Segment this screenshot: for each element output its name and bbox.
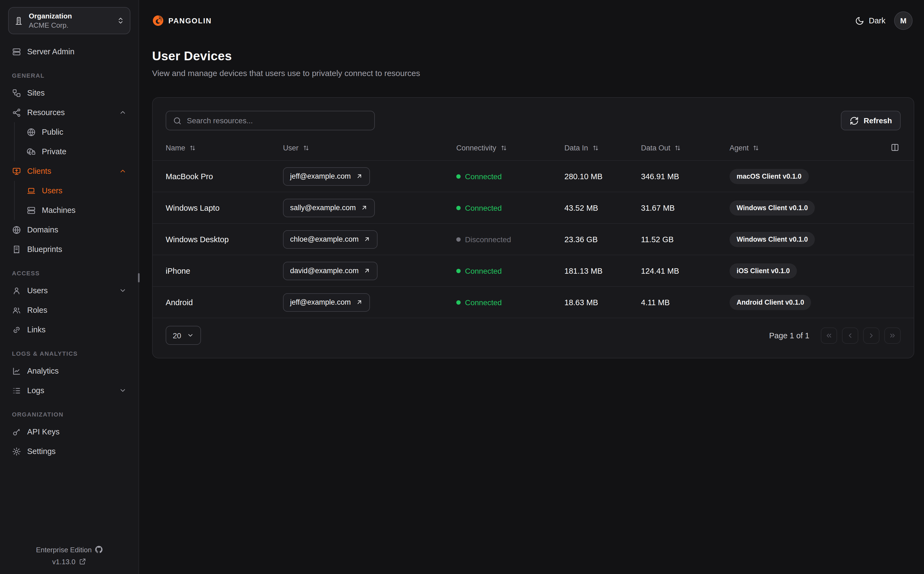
receipt-icon — [12, 244, 21, 254]
table-row: iPhone david@example.com Connected 181.1… — [153, 255, 914, 287]
link-icon — [12, 325, 21, 334]
page-size-select[interactable]: 20 — [166, 326, 201, 345]
sidebar-item-api-keys[interactable]: API Keys — [8, 422, 131, 442]
key-icon — [12, 427, 21, 436]
data-in-value: 18.63 MB — [564, 298, 641, 306]
theme-toggle[interactable]: Dark — [855, 16, 885, 25]
next-page-button[interactable] — [863, 327, 880, 344]
chevron-down-icon — [187, 332, 194, 339]
sidebar-item-access-users[interactable]: Users — [8, 281, 131, 300]
gear-icon — [12, 447, 21, 456]
sidebar-item-public[interactable]: Public — [22, 122, 131, 142]
sidebar-item-domains[interactable]: Domains — [8, 220, 131, 240]
status-dot — [456, 268, 460, 273]
resources-subgroup: Public Private — [14, 122, 131, 161]
sidebar: Organization ACME Corp. Server Admin GEN… — [0, 0, 139, 574]
sidebar-footer: Enterprise Edition v1.13.0 — [0, 544, 139, 574]
data-out-value: 124.41 MB — [641, 266, 730, 275]
column-header-data-out[interactable]: Data Out — [641, 144, 730, 152]
data-out-value: 346.91 MB — [641, 172, 730, 181]
status-dot — [456, 237, 460, 241]
sidebar-item-settings[interactable]: Settings — [8, 442, 131, 461]
agent-badge: Android Client v0.1.0 — [730, 295, 811, 310]
column-header-user[interactable]: User — [283, 144, 456, 152]
user-link-button[interactable]: jeff@example.com — [283, 293, 370, 311]
sidebar-section-access: ACCESS — [12, 270, 126, 276]
chevron-down-icon — [119, 386, 126, 394]
main-content: PANGOLIN Dark M User Devices View and ma… — [139, 0, 924, 574]
device-name: Windows Lapto — [166, 203, 283, 212]
version-label: v1.13.0 — [52, 557, 75, 566]
first-page-button[interactable] — [821, 327, 837, 344]
agent-badge: macOS Client v0.1.0 — [730, 169, 809, 184]
sort-icon — [500, 145, 507, 151]
sidebar-item-label: Settings — [27, 447, 56, 456]
data-in-value: 181.13 MB — [564, 266, 641, 275]
org-selector[interactable]: Organization ACME Corp. — [8, 7, 130, 34]
refresh-icon — [850, 116, 859, 125]
sidebar-item-server-admin[interactable]: Server Admin — [8, 42, 131, 62]
column-header-agent[interactable]: Agent — [730, 144, 900, 152]
chevron-up-icon — [119, 109, 126, 116]
user-avatar[interactable]: M — [894, 11, 913, 30]
sidebar-item-resources[interactable]: Resources — [8, 102, 131, 122]
table-footer: 20 Page 1 of 1 — [153, 318, 914, 358]
sidebar-item-analytics[interactable]: Analytics — [8, 361, 131, 381]
sidebar-item-sites[interactable]: Sites — [8, 83, 131, 102]
globe-lock-icon — [27, 147, 36, 156]
sidebar-item-label: Analytics — [27, 367, 59, 375]
sidebar-item-roles[interactable]: Roles — [8, 300, 131, 320]
pangolin-logo-icon — [152, 15, 164, 27]
table-row: Windows Desktop chloe@example.com Discon… — [153, 224, 914, 255]
sidebar-item-machines[interactable]: Machines — [22, 200, 131, 220]
chevrons-left-icon — [825, 331, 833, 339]
column-header-data-in[interactable]: Data In — [564, 144, 641, 152]
edition-link[interactable]: Enterprise Edition — [5, 544, 133, 555]
globe-icon — [12, 225, 21, 234]
sidebar-item-clients[interactable]: Clients — [8, 161, 131, 181]
column-header-connectivity[interactable]: Connectivity — [456, 144, 564, 152]
sidebar-item-label: Users — [42, 186, 63, 195]
last-page-button[interactable] — [885, 327, 900, 344]
search-input[interactable] — [187, 116, 368, 125]
sidebar-item-label: API Keys — [27, 427, 60, 436]
sidebar-item-logs[interactable]: Logs — [8, 381, 131, 400]
device-name: MacBook Pro — [166, 172, 283, 181]
sort-icon — [189, 145, 196, 151]
connectivity-status: Connected — [456, 266, 564, 275]
sidebar-item-label: Resources — [27, 108, 65, 117]
sidebar-section-organization: ORGANIZATION — [12, 411, 126, 418]
refresh-button[interactable]: Refresh — [841, 111, 900, 130]
prev-page-button[interactable] — [842, 327, 858, 344]
version-link[interactable]: v1.13.0 — [5, 555, 133, 568]
data-out-value: 11.52 GB — [641, 235, 730, 244]
sidebar-item-links[interactable]: Links — [8, 320, 131, 339]
columns-toggle-button[interactable] — [888, 140, 902, 156]
status-dot — [456, 205, 460, 210]
user-link-button[interactable]: sally@example.com — [283, 199, 375, 217]
server-icon — [27, 205, 36, 215]
sidebar-item-clients-users[interactable]: Users — [22, 181, 131, 200]
device-name: Windows Desktop — [166, 235, 283, 244]
user-link-button[interactable]: chloe@example.com — [283, 230, 378, 248]
brand[interactable]: PANGOLIN — [152, 15, 212, 27]
user-link-button[interactable]: jeff@example.com — [283, 167, 370, 186]
sidebar-item-label: Roles — [27, 306, 47, 314]
column-header-name[interactable]: Name — [166, 144, 283, 152]
users-icon — [12, 306, 21, 315]
building-icon — [14, 16, 24, 25]
sidebar-item-blueprints[interactable]: Blueprints — [8, 240, 131, 259]
table-row: MacBook Pro jeff@example.com Connected 2… — [153, 161, 914, 192]
sidebar-resize-handle[interactable] — [138, 273, 140, 282]
chevron-down-icon — [119, 287, 126, 294]
chevrons-right-icon — [889, 331, 896, 339]
sidebar-item-label: Machines — [42, 206, 76, 214]
sort-icon — [674, 145, 681, 151]
agent-badge: Windows Client v0.1.0 — [730, 232, 815, 247]
user-link-button[interactable]: david@example.com — [283, 262, 378, 280]
org-selector-value: ACME Corp. — [29, 20, 111, 30]
monitor-up-icon — [12, 166, 21, 176]
avatar-initial: M — [900, 16, 906, 25]
sidebar-item-private[interactable]: Private — [22, 142, 131, 161]
sidebar-section-general: GENERAL — [12, 72, 126, 79]
